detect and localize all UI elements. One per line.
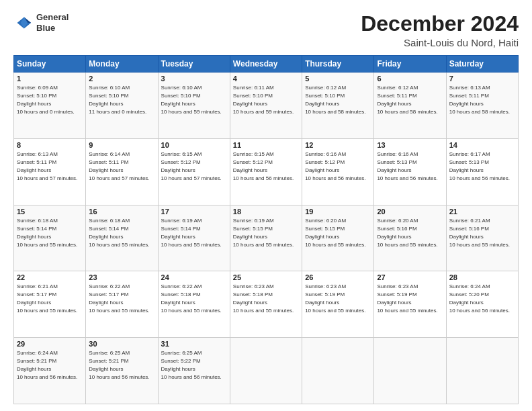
calendar-cell: 19 Sunrise: 6:20 AMSunset: 5:15 PMDaylig… (302, 205, 374, 271)
day-info: Sunrise: 6:20 AMSunset: 5:16 PMDaylight … (377, 218, 437, 248)
header: General Blue December 2024 Saint-Louis d… (13, 12, 519, 48)
location: Saint-Louis du Nord, Haiti (361, 37, 519, 48)
page: General Blue December 2024 Saint-Louis d… (0, 0, 532, 411)
calendar-cell: 2 Sunrise: 6:10 AMSunset: 5:10 PMDayligh… (86, 73, 158, 139)
weekday-header-thursday: Thursday (302, 56, 374, 73)
calendar-cell: 26 Sunrise: 6:23 AMSunset: 5:19 PMDaylig… (302, 271, 374, 338)
logo: General Blue (13, 12, 69, 33)
day-info: Sunrise: 6:16 AMSunset: 5:12 PMDaylight … (305, 151, 365, 181)
day-number: 2 (89, 75, 154, 83)
day-info: Sunrise: 6:13 AMSunset: 5:11 PMDaylight … (449, 85, 510, 115)
calendar-cell: 22 Sunrise: 6:21 AMSunset: 5:17 PMDaylig… (14, 271, 86, 338)
month-title: December 2024 (361, 12, 519, 36)
weekday-header-monday: Monday (86, 56, 158, 73)
logo-text: General Blue (36, 12, 69, 33)
calendar-cell: 14 Sunrise: 6:17 AMSunset: 5:13 PMDaylig… (446, 138, 518, 205)
day-info: Sunrise: 6:14 AMSunset: 5:11 PMDaylight … (89, 151, 149, 181)
day-number: 3 (161, 75, 227, 83)
day-info: Sunrise: 6:09 AMSunset: 5:10 PMDaylight … (17, 85, 75, 115)
day-info: Sunrise: 6:18 AMSunset: 5:14 PMDaylight … (17, 218, 77, 248)
weekday-header-friday: Friday (374, 56, 446, 73)
day-number: 25 (233, 273, 299, 281)
day-info: Sunrise: 6:15 AMSunset: 5:12 PMDaylight … (161, 151, 222, 181)
calendar-cell: 24 Sunrise: 6:22 AMSunset: 5:18 PMDaylig… (158, 271, 230, 338)
calendar-table: SundayMondayTuesdayWednesdayThursdayFrid… (13, 55, 519, 404)
calendar-cell: 13 Sunrise: 6:16 AMSunset: 5:13 PMDaylig… (374, 138, 446, 205)
calendar-week-1: 1 Sunrise: 6:09 AMSunset: 5:10 PMDayligh… (14, 73, 519, 139)
weekday-header-tuesday: Tuesday (158, 56, 230, 73)
calendar-cell (230, 338, 302, 404)
day-number: 30 (89, 340, 154, 348)
day-number: 18 (233, 208, 299, 216)
day-number: 7 (449, 75, 515, 83)
day-number: 8 (17, 141, 83, 149)
calendar-week-2: 8 Sunrise: 6:13 AMSunset: 5:11 PMDayligh… (14, 138, 519, 205)
day-number: 28 (449, 273, 515, 281)
calendar-week-5: 29 Sunrise: 6:24 AMSunset: 5:21 PMDaylig… (14, 338, 519, 404)
day-number: 24 (161, 273, 227, 281)
day-number: 23 (89, 273, 154, 281)
day-info: Sunrise: 6:24 AMSunset: 5:20 PMDaylight … (449, 283, 510, 314)
day-info: Sunrise: 6:23 AMSunset: 5:18 PMDaylight … (233, 283, 294, 314)
calendar-cell: 15 Sunrise: 6:18 AMSunset: 5:14 PMDaylig… (14, 205, 86, 271)
calendar-cell (446, 338, 518, 404)
weekday-header-sunday: Sunday (14, 56, 86, 73)
calendar-cell: 31 Sunrise: 6:25 AMSunset: 5:22 PMDaylig… (158, 338, 230, 404)
day-number: 1 (17, 75, 83, 83)
calendar-cell: 30 Sunrise: 6:25 AMSunset: 5:21 PMDaylig… (86, 338, 158, 404)
calendar-cell: 20 Sunrise: 6:20 AMSunset: 5:16 PMDaylig… (374, 205, 446, 271)
day-info: Sunrise: 6:11 AMSunset: 5:10 PMDaylight … (233, 85, 294, 115)
calendar-cell (302, 338, 374, 404)
day-number: 4 (233, 75, 299, 83)
calendar-cell: 5 Sunrise: 6:12 AMSunset: 5:10 PMDayligh… (302, 73, 374, 139)
day-number: 9 (89, 141, 154, 149)
day-info: Sunrise: 6:21 AMSunset: 5:16 PMDaylight … (449, 218, 510, 248)
day-number: 14 (449, 141, 515, 149)
calendar-cell: 4 Sunrise: 6:11 AMSunset: 5:10 PMDayligh… (230, 73, 302, 139)
day-number: 31 (161, 340, 227, 348)
day-number: 6 (377, 75, 443, 83)
day-number: 27 (377, 273, 443, 281)
calendar-cell: 8 Sunrise: 6:13 AMSunset: 5:11 PMDayligh… (14, 138, 86, 205)
calendar-cell: 27 Sunrise: 6:23 AMSunset: 5:19 PMDaylig… (374, 271, 446, 338)
calendar-cell: 28 Sunrise: 6:24 AMSunset: 5:20 PMDaylig… (446, 271, 518, 338)
calendar-header: SundayMondayTuesdayWednesdayThursdayFrid… (14, 56, 519, 73)
day-number: 16 (89, 208, 154, 216)
day-info: Sunrise: 6:22 AMSunset: 5:17 PMDaylight … (89, 283, 149, 314)
calendar-cell: 1 Sunrise: 6:09 AMSunset: 5:10 PMDayligh… (14, 73, 86, 139)
calendar-cell: 17 Sunrise: 6:19 AMSunset: 5:14 PMDaylig… (158, 205, 230, 271)
calendar-cell: 10 Sunrise: 6:15 AMSunset: 5:12 PMDaylig… (158, 138, 230, 205)
calendar-cell: 16 Sunrise: 6:18 AMSunset: 5:14 PMDaylig… (86, 205, 158, 271)
calendar-body: 1 Sunrise: 6:09 AMSunset: 5:10 PMDayligh… (14, 73, 519, 404)
day-number: 20 (377, 208, 443, 216)
day-info: Sunrise: 6:23 AMSunset: 5:19 PMDaylight … (305, 283, 365, 314)
day-info: Sunrise: 6:23 AMSunset: 5:19 PMDaylight … (377, 283, 437, 314)
calendar-cell: 29 Sunrise: 6:24 AMSunset: 5:21 PMDaylig… (14, 338, 86, 404)
day-info: Sunrise: 6:12 AMSunset: 5:11 PMDaylight … (377, 85, 437, 115)
day-info: Sunrise: 6:24 AMSunset: 5:21 PMDaylight … (17, 350, 77, 380)
day-info: Sunrise: 6:18 AMSunset: 5:14 PMDaylight … (89, 218, 149, 248)
day-info: Sunrise: 6:10 AMSunset: 5:10 PMDaylight … (161, 85, 222, 115)
day-number: 29 (17, 340, 83, 348)
calendar-cell: 6 Sunrise: 6:12 AMSunset: 5:11 PMDayligh… (374, 73, 446, 139)
day-number: 19 (305, 208, 371, 216)
day-info: Sunrise: 6:21 AMSunset: 5:17 PMDaylight … (17, 283, 77, 314)
day-info: Sunrise: 6:25 AMSunset: 5:22 PMDaylight … (161, 350, 222, 380)
day-number: 13 (377, 141, 443, 149)
day-info: Sunrise: 6:16 AMSunset: 5:13 PMDaylight … (377, 151, 437, 181)
calendar-cell: 18 Sunrise: 6:19 AMSunset: 5:15 PMDaylig… (230, 205, 302, 271)
day-info: Sunrise: 6:19 AMSunset: 5:15 PMDaylight … (233, 218, 294, 248)
day-number: 17 (161, 208, 227, 216)
day-number: 10 (161, 141, 227, 149)
day-info: Sunrise: 6:13 AMSunset: 5:11 PMDaylight … (17, 151, 77, 181)
calendar-cell: 25 Sunrise: 6:23 AMSunset: 5:18 PMDaylig… (230, 271, 302, 338)
day-number: 11 (233, 141, 299, 149)
day-number: 12 (305, 141, 371, 149)
calendar-cell: 12 Sunrise: 6:16 AMSunset: 5:12 PMDaylig… (302, 138, 374, 205)
weekday-header-wednesday: Wednesday (230, 56, 302, 73)
calendar-week-4: 22 Sunrise: 6:21 AMSunset: 5:17 PMDaylig… (14, 271, 519, 338)
calendar-cell: 21 Sunrise: 6:21 AMSunset: 5:16 PMDaylig… (446, 205, 518, 271)
day-info: Sunrise: 6:22 AMSunset: 5:18 PMDaylight … (161, 283, 222, 314)
calendar-cell: 9 Sunrise: 6:14 AMSunset: 5:11 PMDayligh… (86, 138, 158, 205)
day-number: 15 (17, 208, 83, 216)
